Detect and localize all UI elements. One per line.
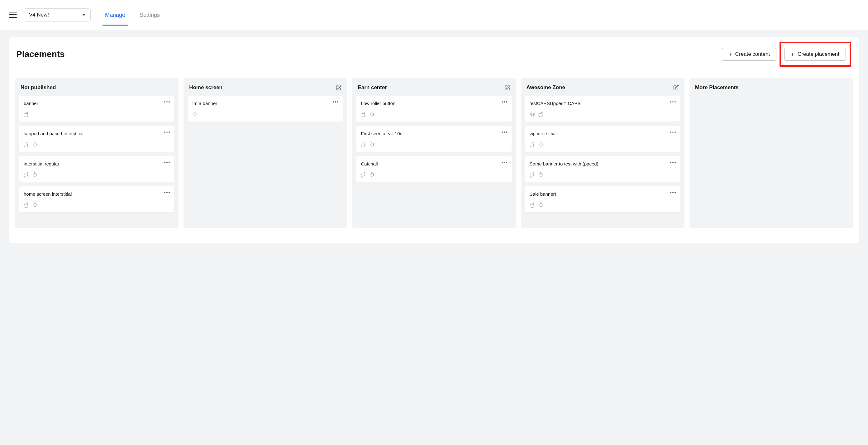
platform-icons <box>530 141 676 147</box>
more-icon[interactable] <box>670 191 676 193</box>
column-title: More Placements <box>695 85 739 91</box>
placement-card[interactable]: Low roller button <box>356 96 511 122</box>
plus-icon: + <box>791 51 795 57</box>
highlight-annotation: + Create placement <box>779 42 851 67</box>
svg-line-55 <box>533 112 533 113</box>
edit-icon[interactable] <box>505 85 510 90</box>
placement-card[interactable]: First seen at <= 10d <box>356 126 511 152</box>
card-title: Low roller button <box>361 100 395 107</box>
edit-icon[interactable] <box>673 85 679 90</box>
android-icon <box>538 171 544 178</box>
card-header-row: Low roller button <box>361 100 507 107</box>
card-header-row: First seen at <= 10d <box>361 130 507 137</box>
cards-list: testCAPSUpper = CAPSvip interstitialSome… <box>525 96 680 212</box>
placement-card[interactable]: Catchall <box>356 156 511 182</box>
placement-card[interactable]: Some banner to test with (paced) <box>525 156 680 182</box>
more-icon[interactable] <box>670 130 676 133</box>
column-title: Not published <box>21 85 56 91</box>
placement-card[interactable]: Sale banner! <box>525 186 680 212</box>
placement-card[interactable]: interstitial regular <box>19 156 174 182</box>
more-icon[interactable] <box>164 100 170 102</box>
card-header-row: capped and paced Interstitial <box>24 130 170 137</box>
header-actions: + Create content + Create placement <box>722 46 847 62</box>
svg-rect-14 <box>34 204 36 206</box>
create-placement-label: Create placement <box>798 51 839 57</box>
svg-rect-49 <box>531 113 534 116</box>
panel-header: Placements + Create content + Create pla… <box>9 37 859 70</box>
page-title: Placements <box>16 49 65 59</box>
more-icon[interactable] <box>502 100 507 102</box>
placement-card[interactable]: home screen interstitial <box>19 186 174 212</box>
columns-container: Not publishedbannercapped and paced Inte… <box>9 70 859 243</box>
svg-line-48 <box>373 172 373 173</box>
svg-line-40 <box>371 142 372 143</box>
tab-manage[interactable]: Manage <box>102 4 128 25</box>
card-title: banner <box>24 100 38 107</box>
project-selector[interactable]: V4 New! <box>24 8 91 22</box>
svg-line-47 <box>371 172 372 173</box>
svg-rect-56 <box>540 143 542 146</box>
placements-panel: Placements + Create content + Create pla… <box>9 37 859 243</box>
card-header-row: Some banner to test with (paced) <box>530 160 676 167</box>
card-header-row: Sale banner! <box>530 191 676 197</box>
platform-icons <box>530 171 676 178</box>
svg-line-76 <box>541 203 542 203</box>
column-header: Awesome Zone <box>525 83 680 96</box>
more-icon[interactable] <box>670 160 676 163</box>
edit-icon[interactable] <box>336 85 341 90</box>
topbar: V4 New! Manage Settings <box>0 0 868 30</box>
more-icon[interactable] <box>164 130 170 133</box>
column-header: Not published <box>19 83 174 96</box>
platform-icons <box>24 141 170 147</box>
svg-rect-28 <box>371 113 374 116</box>
svg-rect-70 <box>540 204 542 206</box>
placement-card[interactable]: capped and paced Interstitial <box>19 126 174 152</box>
menu-icon[interactable] <box>9 12 17 18</box>
android-icon <box>370 171 375 178</box>
more-icon[interactable] <box>333 100 338 102</box>
create-content-button[interactable]: + Create content <box>722 48 776 61</box>
card-title: First seen at <= 10d <box>361 130 402 137</box>
android-icon <box>32 171 38 178</box>
cards-list: bannercapped and paced Interstitialinter… <box>19 96 174 212</box>
column-title: Earn center <box>358 85 387 91</box>
column-header: Home screen <box>188 83 343 96</box>
card-header-row: Catchall <box>361 160 507 167</box>
column-title: Awesome Zone <box>527 85 565 91</box>
svg-line-61 <box>540 142 540 143</box>
svg-line-13 <box>36 172 36 173</box>
card-title: testCAPSUpper = CAPS <box>530 100 581 107</box>
cards-list: Low roller buttonFirst seen at <= 10dCat… <box>356 96 511 182</box>
placement-card[interactable]: banner <box>19 96 174 122</box>
create-placement-button[interactable]: + Create placement <box>784 48 846 61</box>
more-icon[interactable] <box>164 160 170 163</box>
svg-line-75 <box>540 203 540 203</box>
android-icon <box>370 111 375 117</box>
placement-card[interactable]: vip interstitial <box>525 126 680 152</box>
apple-icon <box>361 141 366 147</box>
svg-line-41 <box>373 142 373 143</box>
platform-icons <box>192 111 338 117</box>
svg-rect-7 <box>34 173 36 176</box>
card-header-row: home screen interstitial <box>24 191 170 197</box>
svg-rect-35 <box>371 143 374 146</box>
placement-card[interactable]: testCAPSUpper = CAPS <box>525 96 680 122</box>
more-icon[interactable] <box>502 130 507 133</box>
chevron-down-icon <box>82 14 85 16</box>
card-header-row: banner <box>24 100 170 107</box>
svg-line-19 <box>34 203 35 203</box>
body-wrap: Placements + Create content + Create pla… <box>0 30 868 251</box>
svg-rect-0 <box>34 143 36 146</box>
tabs: Manage Settings <box>102 4 162 25</box>
column: Earn centerLow roller buttonFirst seen a… <box>352 78 516 228</box>
cards-list: Im a banner <box>188 96 343 122</box>
more-icon[interactable] <box>502 160 507 163</box>
card-header-row: interstitial regular <box>24 160 170 167</box>
placement-card[interactable]: Im a banner <box>188 96 343 122</box>
tab-settings[interactable]: Settings <box>137 4 162 25</box>
svg-line-12 <box>34 172 35 173</box>
apple-icon <box>361 111 366 117</box>
column: Awesome ZonetestCAPSUpper = CAPSvip inte… <box>521 78 684 228</box>
more-icon[interactable] <box>164 191 170 193</box>
more-icon[interactable] <box>670 100 676 102</box>
